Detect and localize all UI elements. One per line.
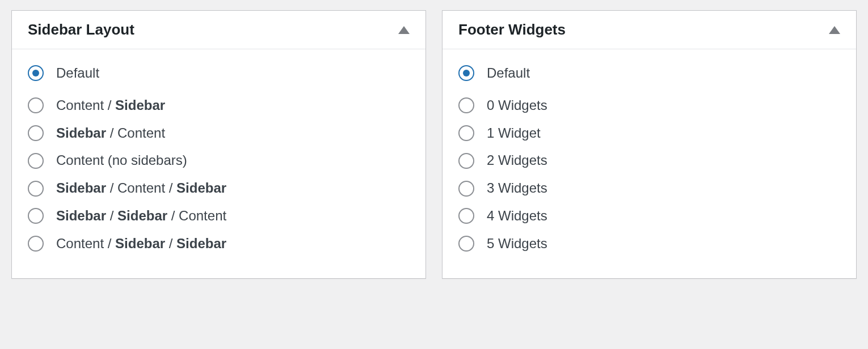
chevron-up-icon bbox=[829, 26, 840, 34]
radio-button[interactable] bbox=[458, 181, 474, 197]
radio-label: 0 Widgets bbox=[487, 97, 547, 114]
footer-widgets-option-1-widget[interactable]: 1 Widget bbox=[458, 120, 840, 147]
radio-button[interactable] bbox=[28, 181, 44, 197]
sidebar-layout-toggle[interactable]: Sidebar Layout bbox=[12, 11, 425, 49]
footer-widgets-option-3-widgets[interactable]: 3 Widgets bbox=[458, 174, 840, 202]
radio-label: Default bbox=[487, 65, 530, 82]
footer-widgets-toggle[interactable]: Footer Widgets bbox=[443, 11, 856, 49]
radio-button[interactable] bbox=[28, 236, 44, 252]
footer-widgets-option-2-widgets[interactable]: 2 Widgets bbox=[458, 147, 840, 174]
footer-widgets-body: Default0 Widgets1 Widget2 Widgets3 Widge… bbox=[443, 49, 856, 278]
footer-widgets-title: Footer Widgets bbox=[458, 21, 566, 39]
radio-button[interactable] bbox=[458, 208, 474, 224]
radio-label: 2 Widgets bbox=[487, 152, 547, 169]
radio-label: Sidebar / Content / Sidebar bbox=[56, 180, 226, 197]
footer-widgets-option-default[interactable]: Default bbox=[458, 65, 840, 92]
sidebar-layout-option-sidebar-content-sidebar[interactable]: Sidebar / Content / Sidebar bbox=[28, 174, 410, 202]
radio-button[interactable] bbox=[458, 97, 474, 113]
radio-button[interactable] bbox=[458, 153, 474, 169]
radio-button[interactable] bbox=[458, 65, 474, 81]
radio-label: Sidebar / Content bbox=[56, 125, 165, 142]
radio-label: Content / Sidebar / Sidebar bbox=[56, 236, 226, 252]
sidebar-layout-title: Sidebar Layout bbox=[28, 21, 134, 39]
radio-label: Default bbox=[56, 65, 99, 82]
sidebar-layout-option-content-sidebar[interactable]: Content / Sidebar bbox=[28, 92, 410, 120]
radio-button[interactable] bbox=[28, 125, 44, 141]
footer-widgets-option-0-widgets[interactable]: 0 Widgets bbox=[458, 92, 840, 120]
radio-button[interactable] bbox=[458, 125, 474, 141]
sidebar-layout-body: DefaultContent / SidebarSidebar / Conten… bbox=[12, 49, 425, 278]
radio-label: Content (no sidebars) bbox=[56, 152, 187, 169]
radio-label: 1 Widget bbox=[487, 125, 541, 142]
radio-button[interactable] bbox=[28, 65, 44, 81]
sidebar-layout-option-sidebar-content[interactable]: Sidebar / Content bbox=[28, 120, 410, 147]
radio-button[interactable] bbox=[28, 153, 44, 169]
radio-label: 4 Widgets bbox=[487, 208, 547, 224]
radio-button[interactable] bbox=[458, 236, 474, 252]
sidebar-layout-option-default[interactable]: Default bbox=[28, 65, 410, 92]
sidebar-layout-option-content-sidebar-sidebar[interactable]: Content / Sidebar / Sidebar bbox=[28, 230, 410, 258]
radio-button[interactable] bbox=[28, 208, 44, 224]
radio-label: 3 Widgets bbox=[487, 180, 547, 197]
footer-widgets-metabox: Footer Widgets Default0 Widgets1 Widget2… bbox=[442, 10, 857, 279]
footer-widgets-option-5-widgets[interactable]: 5 Widgets bbox=[458, 230, 840, 258]
radio-label: Content / Sidebar bbox=[56, 97, 165, 114]
chevron-up-icon bbox=[398, 26, 410, 34]
radio-button[interactable] bbox=[28, 97, 44, 113]
radio-label: 5 Widgets bbox=[487, 236, 547, 252]
radio-label: Sidebar / Sidebar / Content bbox=[56, 208, 226, 224]
footer-widgets-option-4-widgets[interactable]: 4 Widgets bbox=[458, 202, 840, 230]
sidebar-layout-metabox: Sidebar Layout DefaultContent / SidebarS… bbox=[11, 10, 426, 279]
sidebar-layout-option-content-no-sidebars[interactable]: Content (no sidebars) bbox=[28, 147, 410, 174]
sidebar-layout-option-sidebar-sidebar-content[interactable]: Sidebar / Sidebar / Content bbox=[28, 202, 410, 230]
